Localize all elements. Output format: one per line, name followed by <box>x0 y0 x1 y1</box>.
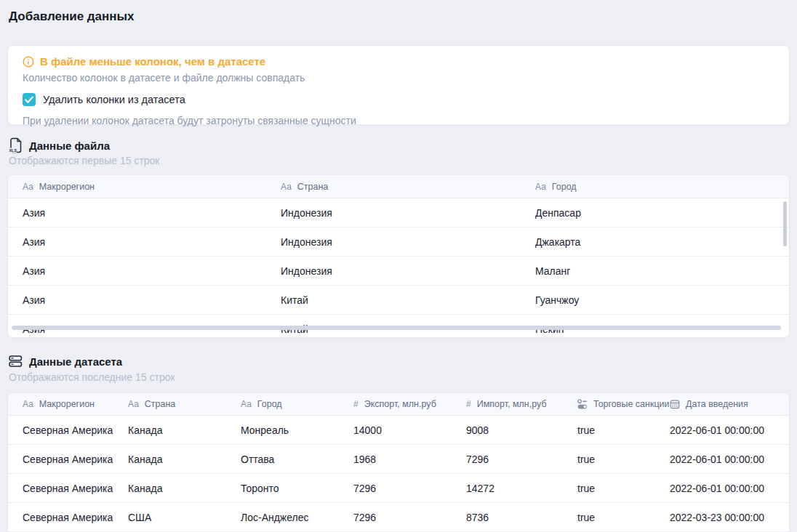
column-label: Город <box>257 399 282 409</box>
column-label: Торговые санкции <box>593 399 670 409</box>
dataset-section-header: Данные датасета <box>9 355 122 368</box>
cell-export: 7296 <box>353 503 376 532</box>
text-type-icon: Аа <box>535 182 546 192</box>
cell-import: 8736 <box>466 503 489 532</box>
file-table: Аа Макрорегион Аа Страна Аа Город Азия И… <box>7 174 790 338</box>
calendar-icon <box>670 399 680 409</box>
column-label: Город <box>552 182 577 192</box>
column-label: Импорт, млн,руб <box>477 399 547 409</box>
cell-import: 7296 <box>466 445 489 474</box>
cell-macroregion: Северная Америка <box>23 416 113 445</box>
cell-macroregion: Азия <box>23 227 45 257</box>
cell-sanctions: true <box>577 416 595 445</box>
warning-note: При удалении колонок датасета будут затр… <box>23 115 774 126</box>
text-type-icon: Аа <box>281 182 292 192</box>
warning-title-row: В файле меньше колонок, чем в датасете <box>23 55 774 68</box>
dataset-table-header: Аа Макрорегион Аа Страна Аа Город # Эксп… <box>8 393 789 416</box>
cell-date: 2022-06-01 00:00:00 <box>670 445 764 474</box>
cell-city: Гуанчжоу <box>535 286 579 315</box>
file-section-title: Данные файла <box>29 140 110 152</box>
svg-text:XLS: XLS <box>9 148 17 153</box>
number-type-icon: # <box>466 399 471 409</box>
column-header: # Экспорт, млн.руб <box>353 393 436 415</box>
page-title: Добавление данных <box>9 9 135 24</box>
table-row: Азия Китай Гуанчжоу <box>8 286 789 315</box>
cell-sanctions: true <box>577 503 595 532</box>
text-type-icon: Аа <box>23 182 33 192</box>
cell-date: 2022-03-23 00:00:00 <box>670 503 764 532</box>
column-label: Макрорегион <box>39 182 95 192</box>
text-type-icon: Аа <box>23 399 33 409</box>
check-icon <box>23 93 36 106</box>
cell-macroregion: Северная Америка <box>23 474 113 503</box>
cell-country: США <box>128 503 151 532</box>
cell-date: 2022-06-01 00:00:00 <box>670 416 764 445</box>
cell-import: 14272 <box>466 474 494 503</box>
cell-country: Китай <box>281 286 308 315</box>
column-header: Аа Страна <box>281 175 328 198</box>
cell-import: 9008 <box>466 416 489 445</box>
table-row: Северная Америка США Лос-Анджелес 7296 8… <box>8 503 789 532</box>
column-header: Аа Город <box>241 393 282 415</box>
column-header: Аа Город <box>535 175 577 198</box>
text-type-icon: Аа <box>241 399 252 409</box>
cell-city: Джакарта <box>535 227 580 257</box>
boolean-toggle-icon <box>577 399 588 409</box>
column-label: Страна <box>145 399 176 409</box>
cell-export: 14000 <box>353 416 382 445</box>
warning-banner: В файле меньше колонок, чем в датасете К… <box>7 45 790 125</box>
text-type-icon: Аа <box>128 399 139 409</box>
column-header: Аа Макрорегион <box>23 175 95 198</box>
cell-macroregion: Северная Америка <box>23 503 113 532</box>
table-row: Северная Америка Канада Монреаль 14000 9… <box>8 416 789 445</box>
cell-macroregion: Азия <box>23 198 45 227</box>
cell-export: 1968 <box>353 445 376 474</box>
column-label: Экспорт, млн.руб <box>364 399 436 409</box>
number-type-icon: # <box>353 399 359 409</box>
cell-country: Канада <box>128 445 162 474</box>
column-label: Дата введения <box>686 399 748 409</box>
cell-country: Индонезия <box>281 198 332 227</box>
cell-city: Маланг <box>535 257 570 286</box>
horizontal-scrollbar-thumb[interactable] <box>12 326 781 330</box>
cell-country: Индонезия <box>281 257 332 286</box>
cell-city: Лос-Анджелес <box>241 503 309 532</box>
table-row: Азия Индонезия Джакарта <box>8 227 789 257</box>
cell-sanctions: true <box>577 445 595 474</box>
cell-macroregion: Азия <box>23 286 45 315</box>
table-row: Северная Америка Канада Торонто 7296 142… <box>8 474 789 503</box>
file-table-header: Аа Макрорегион Аа Страна Аа Город <box>8 175 789 198</box>
table-row: Северная Америка Канада Оттава 1968 7296… <box>8 445 789 474</box>
cell-date: 2022-06-01 00:00:00 <box>670 474 764 503</box>
cell-macroregion: Северная Америка <box>23 445 113 474</box>
file-section-header: XLS Данные файла <box>9 137 110 153</box>
dataset-section-subtitle: Отображаются последние 15 строк <box>9 371 175 383</box>
add-data-page: Добавление данных В файле меньше колонок… <box>0 0 797 532</box>
column-header: Дата введения <box>670 393 748 415</box>
column-header: Торговые санкции <box>577 393 670 415</box>
cell-city: Оттава <box>241 445 274 474</box>
delete-columns-checkbox[interactable] <box>23 93 36 106</box>
cell-country: Канада <box>128 474 162 503</box>
table-row: Азия Индонезия Денпасар <box>8 198 789 227</box>
column-header: Аа Страна <box>128 393 175 415</box>
cell-country: Индонезия <box>281 227 332 257</box>
cell-macroregion: Азия <box>23 257 45 286</box>
dataset-table: Аа Макрорегион Аа Страна Аа Город # Эксп… <box>7 392 790 532</box>
info-circle-icon <box>23 56 34 68</box>
column-header: # Импорт, млн,руб <box>466 393 547 415</box>
table-row: Азия Индонезия Маланг <box>8 257 789 286</box>
warning-subtitle: Количество колонок в датасете и файле до… <box>23 72 774 84</box>
cell-country: Канада <box>128 416 162 445</box>
cell-city: Денпасар <box>535 198 581 227</box>
delete-columns-checkbox-label[interactable]: Удалить колонки из датасета <box>43 94 185 105</box>
cell-city: Торонто <box>241 474 279 503</box>
dataset-stack-icon <box>9 355 23 368</box>
cell-sanctions: true <box>577 474 595 503</box>
xls-file-icon: XLS <box>9 137 23 153</box>
column-label: Макрорегион <box>39 399 95 409</box>
warning-title: В файле меньше колонок, чем в датасете <box>40 55 265 68</box>
cell-export: 7296 <box>353 474 376 503</box>
dataset-section-title: Данные датасета <box>29 355 122 368</box>
vertical-scrollbar-thumb[interactable] <box>783 201 787 246</box>
